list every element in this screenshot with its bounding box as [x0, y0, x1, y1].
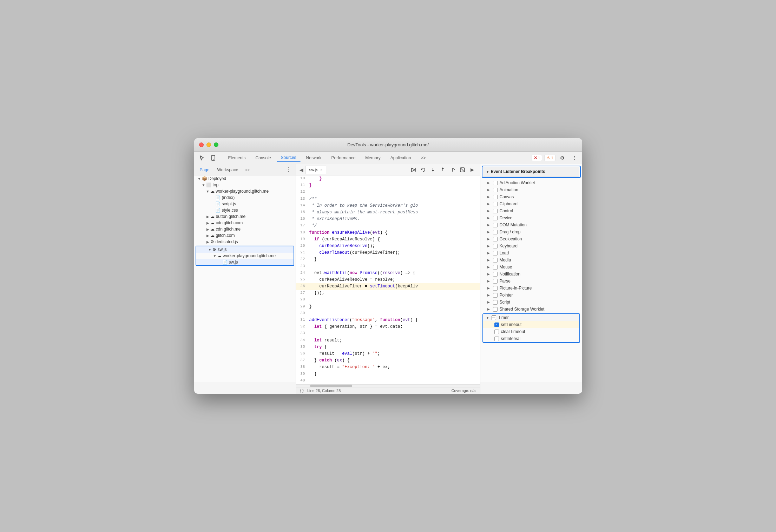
- tab-application[interactable]: Application: [386, 154, 415, 162]
- code-line-39: 39 }: [296, 371, 480, 378]
- bp-checkbox-18[interactable]: [493, 307, 498, 312]
- code-tab-swjs[interactable]: sw.js ×: [305, 166, 327, 174]
- tab-memory[interactable]: Memory: [361, 154, 384, 162]
- bp-checkbox-0[interactable]: [493, 181, 498, 185]
- bp-item-6[interactable]: ▶ DOM Mutation: [480, 221, 582, 228]
- tree-worker-playground-sub[interactable]: ▼ ☁ worker-playground.glitch.me: [196, 253, 294, 259]
- bp-item-12[interactable]: ▶ Mouse: [480, 264, 582, 271]
- more-tabs[interactable]: >>: [416, 154, 430, 162]
- minimize-button[interactable]: [206, 142, 211, 147]
- bp-checkbox-5[interactable]: [493, 216, 498, 220]
- timer-header[interactable]: ▼ — Timer: [483, 314, 579, 321]
- bp-checkbox-7[interactable]: [493, 230, 498, 234]
- tree-deployed[interactable]: ▼ 📦 Deployed: [194, 175, 296, 182]
- resume-button[interactable]: [409, 166, 417, 174]
- settimeout-checkbox[interactable]: [494, 322, 499, 327]
- sidebar-tab-page[interactable]: Page: [197, 166, 212, 174]
- warn-badge[interactable]: ⚠ 1: [544, 155, 555, 161]
- tab-elements[interactable]: Elements: [224, 154, 250, 162]
- step-out-icon[interactable]: [448, 166, 457, 174]
- format-icon[interactable]: { }: [300, 388, 304, 393]
- tree-top[interactable]: ▼ ⬜ top: [194, 182, 296, 188]
- tree-sw-js-file[interactable]: ▶ 📄 sw.js: [196, 259, 294, 265]
- step-over-icon[interactable]: [429, 166, 437, 174]
- maximize-button[interactable]: [214, 142, 218, 147]
- tab-network[interactable]: Network: [302, 154, 326, 162]
- bp-item-18[interactable]: ▶ Shared Storage Worklet: [480, 306, 582, 313]
- tree-button-glitch[interactable]: ▶ ☁ button.glitch.me: [194, 213, 296, 220]
- bp-checkbox-12[interactable]: [493, 265, 498, 270]
- tree-dedicated-js[interactable]: ▶ ⚙ dedicated.js: [194, 239, 296, 245]
- tree-cdn-glitch-com[interactable]: ▶ ☁ cdn.glitch.com: [194, 220, 296, 226]
- bp-checkbox-13[interactable]: [493, 272, 498, 277]
- bp-checkbox-6[interactable]: [493, 223, 498, 227]
- settimeout-row[interactable]: ▶ setTimeout: [483, 321, 579, 328]
- bp-checkbox-14[interactable]: [493, 279, 498, 284]
- setinterval-row[interactable]: ▶ setInterval: [483, 335, 579, 342]
- tree-glitch-com[interactable]: ▶ ☁ glitch.com: [194, 232, 296, 239]
- bp-item-2[interactable]: ▶ Canvas: [480, 193, 582, 200]
- sidebar-menu-icon[interactable]: ⋮: [284, 166, 293, 174]
- sidebar-tab-workspace[interactable]: Workspace: [215, 166, 241, 174]
- bp-checkbox-10[interactable]: [493, 251, 498, 255]
- tree-style-css[interactable]: ▶ 📄 style.css: [194, 207, 296, 213]
- bp-panel-header[interactable]: ▼ Event Listener Breakpoints: [483, 167, 579, 177]
- code-panel: ◀ sw.js ×: [296, 164, 480, 394]
- bp-item-17[interactable]: ▶ Script: [480, 299, 582, 306]
- timer-checkbox[interactable]: —: [492, 315, 496, 320]
- bp-item-4[interactable]: ▶ Control: [480, 207, 582, 214]
- bp-item-14[interactable]: ▶ Parse: [480, 278, 582, 285]
- error-badge[interactable]: ✕ 1: [532, 155, 542, 161]
- bp-item-1[interactable]: ▶ Animation: [480, 186, 582, 193]
- scrollbar-thumb[interactable]: [310, 385, 352, 387]
- tab-console[interactable]: Console: [251, 154, 275, 162]
- bp-item-3[interactable]: ▶ Clipboard: [480, 200, 582, 207]
- sidebar-more[interactable]: >>: [243, 167, 252, 173]
- bp-item-15[interactable]: ▶ Picture-in-Picture: [480, 285, 582, 292]
- bp-item-7[interactable]: ▶ Drag / drop: [480, 228, 582, 235]
- horizontal-scrollbar[interactable]: [296, 384, 480, 387]
- toolbar-separator-1: [221, 154, 221, 161]
- bp-item-8[interactable]: ▶ Geolocation: [480, 235, 582, 242]
- bp-checkbox-15[interactable]: [493, 286, 498, 291]
- tree-cdn-glitch-me[interactable]: ▶ ☁ cdn.glitch.me: [194, 226, 296, 232]
- cleartimeout-checkbox[interactable]: [494, 330, 499, 334]
- bp-item-0[interactable]: ▶ Ad Auction Worklet: [480, 179, 582, 186]
- bp-item-5[interactable]: ▶ Device: [480, 214, 582, 221]
- code-tab-close[interactable]: ×: [321, 168, 323, 172]
- tree-script-js[interactable]: ▶ 📄 script.js: [194, 201, 296, 207]
- cursor-icon[interactable]: [197, 153, 207, 163]
- bp-checkbox-1[interactable]: [493, 188, 498, 192]
- tab-sources[interactable]: Sources: [277, 154, 301, 162]
- timer-section: ▼ — Timer ▶ setTimeout ▶ clearTimeout: [482, 313, 580, 343]
- bp-checkbox-17[interactable]: [493, 300, 498, 305]
- mobile-icon[interactable]: [208, 153, 218, 163]
- bp-checkbox-9[interactable]: [493, 244, 498, 248]
- tab-performance[interactable]: Performance: [327, 154, 360, 162]
- deactivate-icon[interactable]: [458, 166, 467, 174]
- bp-checkbox-11[interactable]: [493, 258, 498, 262]
- bp-checkbox-4[interactable]: [493, 209, 498, 213]
- tree-index[interactable]: ▶ 📄 (index): [194, 194, 296, 201]
- bp-item-13[interactable]: ▶ Notification: [480, 271, 582, 278]
- cleartimeout-row[interactable]: ▶ clearTimeout: [483, 328, 579, 335]
- step-into-icon[interactable]: [439, 166, 447, 174]
- bp-item-16[interactable]: ▶ Pointer: [480, 292, 582, 299]
- bp-item-10[interactable]: ▶ Load: [480, 250, 582, 257]
- tree-worker-playground[interactable]: ▼ ☁ worker-playground.glitch.me: [194, 188, 296, 194]
- settings-icon[interactable]: ⚙: [558, 153, 567, 163]
- bp-checkbox-3[interactable]: [493, 202, 498, 206]
- expand-icon[interactable]: ▶: [468, 166, 476, 174]
- bp-checkbox-8[interactable]: [493, 237, 498, 241]
- bp-checkbox-2[interactable]: [493, 195, 498, 199]
- bp-item-9[interactable]: ▶ Keyboard: [480, 242, 582, 250]
- more-options-icon[interactable]: ⋮: [570, 153, 579, 163]
- bp-item-11[interactable]: ▶ Media: [480, 257, 582, 264]
- bp-checkbox-16[interactable]: [493, 293, 498, 298]
- tree-sw-js-group[interactable]: ▼ ⚙ sw.js: [196, 246, 294, 253]
- code-content[interactable]: 10 } 11 } 12 13 /** 14 * In ord: [296, 175, 480, 384]
- close-button[interactable]: [199, 142, 204, 147]
- setinterval-checkbox[interactable]: [494, 337, 499, 341]
- collapse-icon[interactable]: ◀: [297, 166, 305, 173]
- reload-icon[interactable]: [419, 166, 427, 174]
